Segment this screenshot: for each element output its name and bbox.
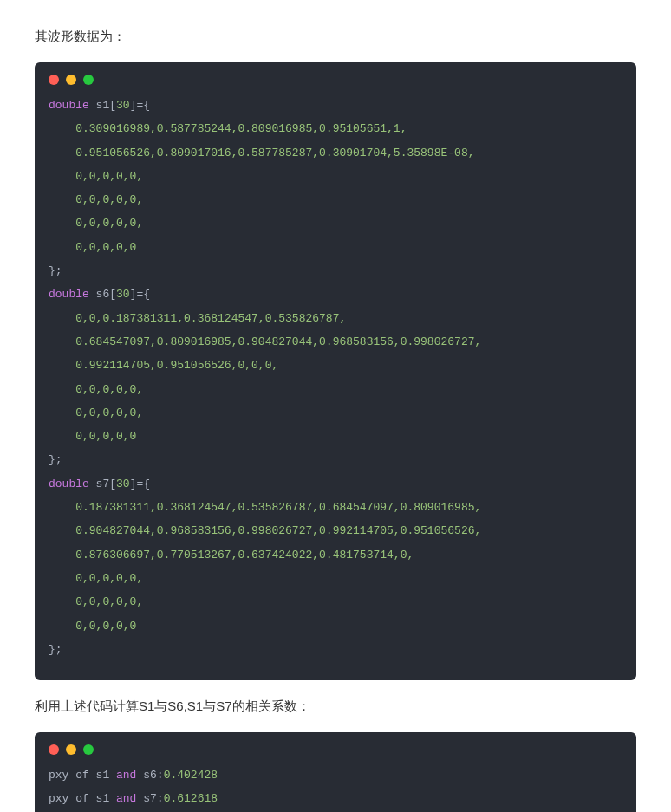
code-line: 0.904827044,0.968583156,0.998026727,0.99… xyxy=(49,524,481,537)
mid-text: 利用上述代码计算S1与S6,S1与S7的相关系数： xyxy=(35,696,636,717)
identifier: s6[ xyxy=(89,288,116,301)
maximize-icon xyxy=(83,75,94,85)
output-value: 0.612618 xyxy=(164,792,218,805)
keyword-and: and xyxy=(116,792,136,805)
close-icon xyxy=(49,75,59,85)
maximize-icon xyxy=(83,744,94,755)
window-controls xyxy=(35,62,636,87)
code-line: 0,0,0,0,0, xyxy=(49,217,143,230)
code-line: 0.309016989,0.587785244,0.809016985,0.95… xyxy=(49,122,407,135)
code-line: 0,0,0,0,0 xyxy=(49,620,136,633)
minimize-icon xyxy=(66,744,76,755)
identifier: s1[ xyxy=(89,99,116,112)
keyword-and: and xyxy=(116,769,136,782)
number: 30 xyxy=(116,288,130,301)
code-block-1: double s1[30]={ 0.309016989,0.587785244,… xyxy=(35,62,636,680)
code-line: 0.992114705,0.951056526,0,0,0, xyxy=(49,359,278,372)
keyword: double xyxy=(49,99,89,112)
code-line: 0.951056526,0.809017016,0.587785287,0.30… xyxy=(49,146,474,159)
code-line: 0,0,0.187381311,0.368124547,0.535826787, xyxy=(49,312,346,325)
output-text: s7: xyxy=(136,792,163,805)
code-block-2: pxy of s1 and s6:0.402428 pxy of s1 and … xyxy=(35,732,636,812)
bracket: ]={ xyxy=(130,99,150,112)
number: 30 xyxy=(116,477,130,490)
output-value: 0.402428 xyxy=(164,769,218,782)
code-line: 0,0,0,0,0 xyxy=(49,430,136,443)
bracket: ]={ xyxy=(130,477,150,490)
close-brace: }; xyxy=(49,264,62,277)
code-line: 0,0,0,0,0 xyxy=(49,241,136,254)
close-brace: }; xyxy=(49,453,62,466)
output-text: pxy of s1 xyxy=(49,792,116,805)
code-line: 0,0,0,0,0, xyxy=(49,383,143,396)
output-text: pxy of s1 xyxy=(49,769,116,782)
close-icon xyxy=(49,744,59,755)
output-text: s6: xyxy=(136,769,163,782)
code-content-1: double s1[30]={ 0.309016989,0.587785244,… xyxy=(35,87,636,680)
keyword: double xyxy=(49,477,89,490)
keyword: double xyxy=(49,288,89,301)
minimize-icon xyxy=(66,75,76,85)
identifier: s7[ xyxy=(89,477,116,490)
code-line: 0,0,0,0,0, xyxy=(49,406,143,419)
number: 30 xyxy=(116,99,130,112)
code-line: 0.876306697,0.770513267,0.637424022,0.48… xyxy=(49,549,414,562)
close-brace: }; xyxy=(49,643,62,656)
window-controls xyxy=(35,732,636,757)
code-line: 0,0,0,0,0, xyxy=(49,170,143,183)
intro-text: 其波形数据为： xyxy=(35,26,636,47)
code-content-2: pxy of s1 and s6:0.402428 pxy of s1 and … xyxy=(35,757,636,812)
code-line: 0,0,0,0,0, xyxy=(49,595,143,608)
code-line: 0.684547097,0.809016985,0.904827044,0.96… xyxy=(49,335,481,348)
code-line: 0,0,0,0,0, xyxy=(49,193,143,206)
bracket: ]={ xyxy=(130,288,150,301)
code-line: 0.187381311,0.368124547,0.535826787,0.68… xyxy=(49,501,481,514)
code-line: 0,0,0,0,0, xyxy=(49,572,143,585)
